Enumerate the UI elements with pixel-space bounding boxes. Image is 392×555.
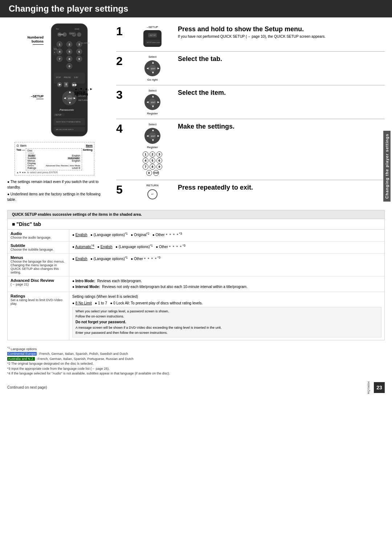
disc-ratings-options: Setting ratings (When level 8 is selecte…	[69, 292, 384, 340]
advanced-desc: (→ page 21)	[11, 283, 66, 286]
setting-label: Setting	[83, 148, 93, 151]
numpad-0: 0	[146, 170, 152, 176]
step-3-number: 3	[116, 89, 131, 115]
svg-text:3: 3	[78, 43, 80, 46]
svg-text:DVD: DVD	[75, 28, 79, 30]
svg-text:STOP: STOP	[56, 76, 61, 78]
numpad-9: 9	[156, 164, 162, 170]
svg-text:◄: ◄	[146, 100, 149, 104]
svg-text:TV: TV	[56, 28, 59, 30]
step-1-note: If you have not performed QUICK SETUP (→…	[178, 34, 385, 39]
ratings-no-limit: 8 No Limit	[75, 301, 92, 305]
numpad-4: 4	[143, 158, 148, 163]
svg-text:◄: ◄	[63, 96, 66, 100]
disc-row-advanced: Advanced Disc Review (→ page 21) ● Intro…	[8, 276, 384, 292]
svg-text:▶▶: ▶▶	[73, 83, 77, 86]
step-1-number: 1	[116, 25, 131, 48]
svg-text:+: +	[54, 51, 56, 54]
ratings-desc: Set a rating level to limit DVD-Video pl…	[11, 298, 66, 305]
numpad-7: 7	[143, 164, 148, 170]
step-4-title: Make the settings.	[178, 123, 385, 130]
footnote-3: *3 Input the appropriate code from the l…	[7, 366, 385, 372]
svg-text:ENT: ENT	[68, 97, 73, 100]
svg-text:▲: ▲	[151, 128, 155, 132]
disc-tab-header: ■ "Disc" tab	[8, 219, 384, 230]
step-4-diagram: Select ▲ ▼ ◄ ► ENT Register 1	[131, 123, 174, 176]
svg-text:▲: ▲	[151, 61, 155, 64]
svg-text:0: 0	[69, 65, 70, 68]
audio-title: Audio	[11, 231, 66, 236]
step-2-title: Select the tab.	[178, 55, 385, 63]
svg-text:PRE/OE: PRE/OE	[64, 76, 71, 78]
svg-text:ABC  DEL  STORE  DISPL.S: ABC DEL STORE DISPL.S	[56, 129, 74, 130]
numpad-8: 8	[150, 164, 155, 170]
step-5-title: Press repeatedly to exit.	[178, 184, 385, 191]
svg-text:▼: ▼	[68, 101, 72, 105]
step-4-register: Register	[147, 146, 158, 149]
return-label: RETURN	[74, 93, 88, 96]
page-footer: Continued on next page) RQT8654 23	[0, 379, 392, 396]
subtitle-desc: Choose the subtitle language.	[11, 248, 66, 251]
step-2-go-right: Go right	[147, 78, 158, 81]
menus-english: English	[75, 257, 87, 261]
svg-text:2: 2	[69, 43, 70, 46]
setup-diagram-item-label-right: Item	[86, 144, 93, 147]
step-3-select-label: Select	[148, 89, 156, 92]
step-1: 1 –SETUP –SETUP SETUP buttons area Press…	[116, 22, 385, 52]
disc-row-ratings: Ratings Set a rating level to limit DVD-…	[8, 292, 384, 340]
subtitle-title: Subtitle	[11, 243, 66, 248]
ratings-title: Ratings	[11, 294, 66, 298]
step-1-svg: –SETUP SETUP buttons area	[142, 29, 163, 48]
disc-menus-label: Menus Choose the language for disc menus…	[8, 254, 69, 276]
page-number: 23	[374, 382, 385, 393]
disc-section: QUICK SETUP enables successive settings …	[7, 210, 385, 340]
disc-audio-label: Audio Choose the audio language.	[8, 230, 69, 241]
step-4-number: 4	[116, 123, 131, 176]
numpad-6: 6	[156, 158, 162, 163]
svg-text:7: 7	[59, 57, 61, 61]
ratings-line3: When you select your ratings level, a pa…	[75, 309, 378, 314]
disc-audio-options: ● English ● (Language options)*1 ● Origi…	[69, 230, 384, 241]
step-5-return-label: RETURN	[146, 184, 158, 187]
step-3-diagram: Select ▲ ▼ ◄ ► ENT Register	[131, 89, 174, 115]
left-section: Numbered buttons –SETUP	[7, 22, 109, 204]
continued-text: Continued on next page)	[7, 385, 47, 389]
step-5-text: Press repeatedly to exit.	[174, 184, 385, 201]
numpad-3: 3	[156, 151, 162, 157]
page-title: Changing the player settings	[9, 4, 383, 14]
numpad-10: ⊙10	[153, 170, 159, 176]
svg-text:D.BY: D.BY	[74, 76, 78, 78]
ratings-line5: Do not forget your password.	[75, 319, 378, 325]
svg-text:ENT: ENT	[151, 101, 155, 104]
disc-row-audio: Audio Choose the audio language. ● Engli…	[8, 230, 384, 242]
dot-2: ●	[72, 285, 75, 289]
advanced-title: Advanced Disc Review	[11, 278, 66, 283]
steps-section: 1 –SETUP –SETUP SETUP buttons area Press…	[116, 22, 385, 204]
rqt-code: RQT8654	[367, 381, 370, 394]
menus-title: Menus	[11, 255, 66, 260]
svg-text:EL DISPLAY: EL DISPLAY	[82, 42, 90, 44]
setup-diagram-item-label: Item	[20, 144, 27, 147]
setup-label-left: –SETUP	[31, 94, 44, 98]
svg-text:TUNER: TUNER	[69, 33, 74, 35]
subtitle-english: English	[101, 245, 113, 249]
step-1-title: Press and hold to show the Setup menu.	[178, 25, 385, 33]
svg-text:–SETUP: –SETUP	[149, 34, 156, 36]
svg-text:▼: ▼	[151, 71, 155, 74]
bullet-note-2: ● Underlined items are the factory setti…	[7, 191, 109, 202]
step-3: 3 Select ▲ ▼ ◄ ► ENT Register Selec	[116, 85, 385, 119]
svg-text:9: 9	[78, 57, 80, 61]
step-1-diagram: –SETUP –SETUP SETUP buttons area	[131, 25, 174, 48]
svg-text:–SETUP: –SETUP	[54, 114, 62, 116]
step-2-select-label: Select	[148, 55, 156, 58]
step-4: 4 Select ▲ ▼ ◄ ► ENT Register	[116, 119, 385, 180]
svg-text:◄: ◄	[146, 134, 149, 138]
svg-text:▲: ▲	[151, 94, 155, 98]
disc-subtitle-label: Subtitle Choose the subtitle language.	[8, 242, 69, 253]
page-header: Changing the player settings	[0, 0, 392, 17]
svg-text:⏸: ⏸	[65, 83, 68, 86]
step-1-text: Press and hold to show the Setup menu. I…	[174, 25, 385, 48]
footnote-australia: Australia and N.Z. : French, German, Ita…	[7, 357, 385, 362]
bullet-notes: ● The settings remain intact even if you…	[7, 179, 109, 202]
step-5-diagram: RETURN ↩	[131, 184, 174, 201]
